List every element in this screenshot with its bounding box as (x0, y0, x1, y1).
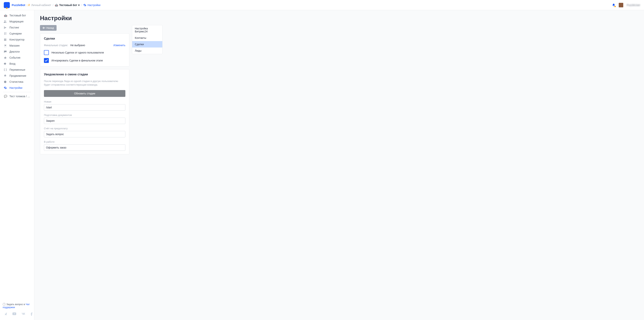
sidebar-item-label: Настройки (10, 86, 22, 89)
sidebar-item-shop[interactable]: Магазин (0, 42, 34, 48)
stage-label: Счёт на предоплату (44, 127, 125, 130)
final-stages-value: Не выбрано (70, 44, 85, 47)
sidebar-item-posting[interactable]: Постинг (0, 24, 34, 30)
check-icon (45, 59, 48, 62)
tab-contacts[interactable]: Контакты (132, 35, 162, 41)
back-button[interactable]: Назад (40, 25, 56, 31)
notify-card: Уведомление о смене стадии После переход… (40, 69, 129, 154)
divider (3, 92, 31, 92)
sidebar-item-label: Тестовый бот (10, 14, 26, 17)
sidebar-item-constructor[interactable]: Конструктор (0, 36, 34, 42)
notifications-button[interactable] (612, 4, 615, 7)
avatar[interactable] (619, 3, 623, 7)
logo-icon[interactable] (4, 2, 10, 8)
help-icon: ? (3, 303, 6, 306)
sidebar-footer: ?Задать вопрос в Чат поддержки (0, 301, 34, 310)
sidebar-item-label: Диалоги (10, 50, 20, 53)
tab-deals[interactable]: Сделки (132, 41, 162, 48)
sidebar-item-label: Продвижение (10, 74, 26, 77)
sidebar-item-label: Переменные (10, 68, 25, 71)
sidebar-item-events[interactable]: События (0, 55, 34, 61)
sidebar-item-label: Тест топиков / … (10, 95, 30, 98)
tabs: Настройка Битрикс24 Контакты Сделки Лиды (132, 25, 162, 54)
deals-title: Сделки (44, 37, 125, 40)
arrow-left-icon (42, 27, 45, 29)
star-icon (4, 56, 7, 59)
ignore-final-checkbox-row: Игнорировать Сделки в финальном этапе (44, 58, 125, 63)
facebook-icon[interactable] (30, 312, 32, 316)
chevron-down-icon: ▾ (78, 4, 80, 6)
back-label: Назад (46, 26, 54, 30)
stage-input-3[interactable] (44, 144, 125, 151)
ignore-final-checkbox[interactable] (44, 58, 49, 63)
sidebar-item-settings[interactable]: Настройки (0, 85, 34, 91)
sidebar-item-dialogs[interactable]: Диалоги (0, 48, 34, 55)
multi-deals-label: Несколько Сделок от одного пользователя (52, 51, 104, 54)
change-link[interactable]: Изменить (114, 44, 125, 47)
gear-icon (83, 4, 86, 6)
stage-input-2[interactable] (44, 131, 125, 138)
brand-name[interactable]: PuzzleBot (12, 4, 25, 6)
sidebar-item-label: Постинг (10, 26, 19, 29)
sidebar-item-login[interactable]: Вход (0, 61, 34, 67)
vk-icon[interactable] (22, 312, 25, 316)
sidebar-item-bot[interactable]: 🤖Тестовый бот (0, 12, 34, 18)
username[interactable]: PuzzleUser (627, 4, 640, 6)
breadcrumb-dashboard[interactable]: Личный кабинет (31, 4, 51, 6)
bell-icon (612, 4, 615, 7)
users-icon (4, 20, 7, 23)
telegram-icon[interactable] (4, 312, 7, 316)
sidebar-item-extra[interactable]: 💬Тест топиков / … (0, 93, 34, 99)
refresh-stages-button[interactable]: Обновить стадии (44, 90, 125, 97)
sidebar-item-scenarios[interactable]: Сценарии (0, 30, 34, 36)
login-icon (4, 62, 7, 65)
youtube-icon[interactable] (12, 312, 16, 316)
page-title: Настройки (40, 15, 638, 22)
sidebar-item-variables[interactable]: Переменные (0, 67, 34, 73)
gear-icon (4, 86, 7, 89)
sidebar-item-moderation[interactable]: Модерация (0, 18, 34, 24)
sidebar-item-promotion[interactable]: Продвижение (0, 73, 34, 79)
breadcrumb-bot[interactable]: 🤖 Тестовый бот ▾ (55, 4, 80, 6)
main-content: Настройки Назад Сделки Финальные стадии:… (34, 10, 644, 320)
stage-label: Подготовка документов (44, 114, 125, 116)
send-icon (4, 26, 7, 29)
header: PuzzleBot : // Личный кабинет / 🤖 Тестов… (0, 0, 644, 10)
bot-icon: 🤖 (55, 4, 58, 6)
sidebar-item-label: Вход (10, 62, 16, 65)
cart-icon (4, 44, 7, 47)
stage-input-1[interactable] (44, 118, 125, 124)
bot-icon: 🤖 (4, 14, 7, 17)
notify-title: Уведомление о смене стадии (44, 73, 125, 76)
chart-icon (4, 80, 7, 83)
multi-deals-checkbox-row: Несколько Сделок от одного пользователя (44, 50, 125, 55)
stage-label: В работе (44, 140, 125, 143)
stage-input-0[interactable] (44, 104, 125, 110)
deals-card: Сделки Финальные стадии: Не выбрано Изме… (40, 33, 129, 66)
sidebar-item-label: Сценарии (10, 32, 22, 35)
breadcrumb-bot-label: Тестовый бот (59, 4, 77, 6)
chat-icon (4, 50, 7, 53)
stage-label: Новая (44, 100, 125, 103)
tab-bitrix[interactable]: Настройка Битрикс24 (132, 25, 162, 35)
final-stages-row: Финальные стадии: Не выбрано Изменить (44, 44, 125, 47)
sidebar-item-label: Магазин (10, 44, 20, 47)
breadcrumb-separator: / (52, 4, 53, 6)
rocket-icon (4, 74, 7, 77)
grid-icon (4, 38, 7, 41)
brand-separator: : // (26, 4, 30, 6)
sidebar-item-label: События (10, 56, 20, 59)
chat-icon: 💬 (4, 95, 7, 98)
sidebar-item-label: Конструктор (10, 38, 24, 41)
notify-desc: После перехода Лида из одной стадии в др… (44, 80, 125, 87)
breadcrumb-settings[interactable]: Настройки (83, 4, 100, 6)
breadcrumb-settings-label: Настройки (88, 4, 100, 6)
sidebar-item-stats[interactable]: Статистика (0, 79, 34, 85)
sidebar-item-label: Модерация (10, 20, 24, 23)
final-stages-label: Финальные стадии: (44, 44, 70, 47)
breadcrumb-separator: / (81, 4, 82, 6)
brackets-icon (4, 68, 7, 71)
multi-deals-checkbox[interactable] (44, 50, 49, 55)
tab-leads[interactable]: Лиды (132, 48, 162, 54)
footer-prefix: Задать вопрос в (6, 303, 26, 306)
